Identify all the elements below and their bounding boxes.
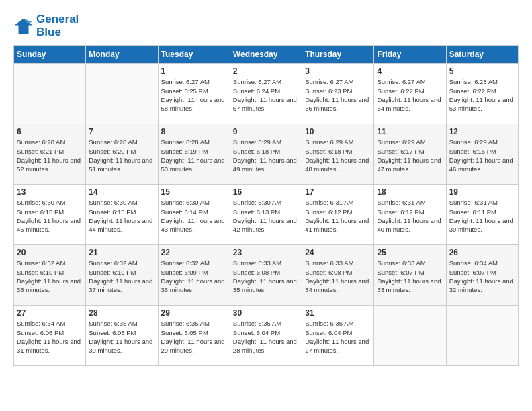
calendar-week-row: 27 Sunrise: 6:34 AM Sunset: 6:06 PM Dayl… [14,306,519,366]
day-number: 25 [377,248,443,257]
day-info: Sunrise: 6:28 AM Sunset: 6:19 PM Dayligh… [161,138,227,173]
calendar-cell: 18 Sunrise: 6:31 AM Sunset: 6:12 PM Dayl… [374,185,446,245]
day-info: Sunrise: 6:31 AM Sunset: 6:12 PM Dayligh… [305,198,371,234]
day-of-week-header: Wednesday [230,46,302,64]
calendar-week-row: 20 Sunrise: 6:32 AM Sunset: 6:10 PM Dayl… [14,245,519,306]
day-number: 26 [449,248,515,257]
calendar-cell: 12 Sunrise: 6:29 AM Sunset: 6:16 PM Dayl… [446,124,518,185]
day-number: 31 [305,308,371,318]
day-info: Sunrise: 6:29 AM Sunset: 6:17 PM Dayligh… [377,138,443,173]
day-info: Sunrise: 6:36 AM Sunset: 6:04 PM Dayligh… [305,319,371,355]
day-of-week-header: Thursday [302,46,374,64]
calendar-cell: 19 Sunrise: 6:31 AM Sunset: 6:11 PM Dayl… [446,185,518,245]
calendar-cell: 4 Sunrise: 6:27 AM Sunset: 6:22 PM Dayli… [374,64,446,124]
calendar-cell: 15 Sunrise: 6:30 AM Sunset: 6:14 PM Dayl… [158,185,230,245]
calendar-cell: 25 Sunrise: 6:33 AM Sunset: 6:07 PM Dayl… [374,245,446,306]
day-number: 7 [89,127,154,136]
day-number: 5 [449,66,515,76]
calendar-cell: 31 Sunrise: 6:36 AM Sunset: 6:04 PM Dayl… [302,306,374,366]
calendar-cell: 22 Sunrise: 6:32 AM Sunset: 6:09 PM Dayl… [158,245,230,306]
day-info: Sunrise: 6:30 AM Sunset: 6:13 PM Dayligh… [233,198,299,234]
calendar-cell: 30 Sunrise: 6:35 AM Sunset: 6:04 PM Dayl… [230,306,302,366]
calendar-cell: 23 Sunrise: 6:33 AM Sunset: 6:08 PM Dayl… [230,245,302,306]
day-of-week-header: Monday [86,46,158,64]
calendar-cell: 8 Sunrise: 6:28 AM Sunset: 6:19 PM Dayli… [158,124,230,185]
day-info: Sunrise: 6:27 AM Sunset: 6:22 PM Dayligh… [377,77,443,113]
day-number: 10 [305,127,371,136]
day-info: Sunrise: 6:31 AM Sunset: 6:11 PM Dayligh… [449,198,515,234]
calendar-header-row: SundayMondayTuesdayWednesdayThursdayFrid… [14,46,519,64]
calendar-cell [446,306,518,366]
day-number: 6 [17,127,83,136]
logo: General Blue [13,13,79,38]
day-number: 3 [305,66,371,76]
day-info: Sunrise: 6:27 AM Sunset: 6:25 PM Dayligh… [161,77,227,113]
day-of-week-header: Friday [374,46,446,64]
calendar-week-row: 1 Sunrise: 6:27 AM Sunset: 6:25 PM Dayli… [14,64,519,124]
calendar-cell: 20 Sunrise: 6:32 AM Sunset: 6:10 PM Dayl… [14,245,86,306]
page-header: General Blue [13,13,519,38]
day-info: Sunrise: 6:31 AM Sunset: 6:12 PM Dayligh… [377,198,443,234]
day-info: Sunrise: 6:28 AM Sunset: 6:22 PM Dayligh… [449,77,515,113]
day-info: Sunrise: 6:29 AM Sunset: 6:18 PM Dayligh… [233,138,299,173]
day-number: 4 [377,66,443,76]
day-number: 11 [377,127,443,136]
day-info: Sunrise: 6:32 AM Sunset: 6:10 PM Dayligh… [17,259,83,294]
calendar-cell [14,64,86,124]
day-info: Sunrise: 6:28 AM Sunset: 6:21 PM Dayligh… [17,138,83,173]
day-number: 13 [17,187,83,197]
day-info: Sunrise: 6:29 AM Sunset: 6:16 PM Dayligh… [449,138,515,173]
day-number: 23 [233,248,299,257]
day-number: 14 [89,187,154,197]
day-info: Sunrise: 6:35 AM Sunset: 6:05 PM Dayligh… [161,319,227,355]
calendar-cell: 2 Sunrise: 6:27 AM Sunset: 6:24 PM Dayli… [230,64,302,124]
day-info: Sunrise: 6:30 AM Sunset: 6:15 PM Dayligh… [89,198,154,234]
calendar-cell: 9 Sunrise: 6:29 AM Sunset: 6:18 PM Dayli… [230,124,302,185]
calendar-cell: 1 Sunrise: 6:27 AM Sunset: 6:25 PM Dayli… [158,64,230,124]
day-info: Sunrise: 6:33 AM Sunset: 6:08 PM Dayligh… [305,259,371,294]
calendar-cell: 26 Sunrise: 6:34 AM Sunset: 6:07 PM Dayl… [446,245,518,306]
day-of-week-header: Sunday [14,46,86,64]
calendar-week-row: 6 Sunrise: 6:28 AM Sunset: 6:21 PM Dayli… [14,124,519,185]
day-number: 8 [161,127,227,136]
day-info: Sunrise: 6:27 AM Sunset: 6:23 PM Dayligh… [305,77,371,113]
day-number: 21 [89,248,154,257]
calendar-cell: 3 Sunrise: 6:27 AM Sunset: 6:23 PM Dayli… [302,64,374,124]
calendar-week-row: 13 Sunrise: 6:30 AM Sunset: 6:15 PM Dayl… [14,185,519,245]
day-info: Sunrise: 6:34 AM Sunset: 6:07 PM Dayligh… [449,259,515,294]
day-number: 29 [161,308,227,318]
svg-marker-0 [15,18,33,34]
day-info: Sunrise: 6:33 AM Sunset: 6:07 PM Dayligh… [377,259,443,294]
day-number: 17 [305,187,371,197]
day-info: Sunrise: 6:29 AM Sunset: 6:18 PM Dayligh… [305,138,371,173]
day-number: 18 [377,187,443,197]
day-number: 28 [89,308,154,318]
day-info: Sunrise: 6:32 AM Sunset: 6:09 PM Dayligh… [161,259,227,294]
calendar-cell [374,306,446,366]
logo-text: General Blue [36,13,79,38]
calendar-cell: 21 Sunrise: 6:32 AM Sunset: 6:10 PM Dayl… [86,245,158,306]
day-info: Sunrise: 6:30 AM Sunset: 6:15 PM Dayligh… [17,198,83,234]
calendar-cell: 16 Sunrise: 6:30 AM Sunset: 6:13 PM Dayl… [230,185,302,245]
calendar-cell: 24 Sunrise: 6:33 AM Sunset: 6:08 PM Dayl… [302,245,374,306]
calendar-cell: 6 Sunrise: 6:28 AM Sunset: 6:21 PM Dayli… [14,124,86,185]
day-info: Sunrise: 6:35 AM Sunset: 6:04 PM Dayligh… [233,319,299,355]
calendar-cell: 11 Sunrise: 6:29 AM Sunset: 6:17 PM Dayl… [374,124,446,185]
day-info: Sunrise: 6:32 AM Sunset: 6:10 PM Dayligh… [89,259,154,294]
day-info: Sunrise: 6:28 AM Sunset: 6:20 PM Dayligh… [89,138,154,173]
day-number: 1 [161,66,227,76]
day-number: 19 [449,187,515,197]
calendar-cell: 14 Sunrise: 6:30 AM Sunset: 6:15 PM Dayl… [86,185,158,245]
day-number: 2 [233,66,299,76]
day-info: Sunrise: 6:33 AM Sunset: 6:08 PM Dayligh… [233,259,299,294]
day-number: 30 [233,308,299,318]
day-info: Sunrise: 6:30 AM Sunset: 6:14 PM Dayligh… [161,198,227,234]
day-number: 20 [17,248,83,257]
day-number: 9 [233,127,299,136]
day-of-week-header: Saturday [446,46,518,64]
calendar-cell: 10 Sunrise: 6:29 AM Sunset: 6:18 PM Dayl… [302,124,374,185]
calendar-cell: 5 Sunrise: 6:28 AM Sunset: 6:22 PM Dayli… [446,64,518,124]
calendar-cell: 27 Sunrise: 6:34 AM Sunset: 6:06 PM Dayl… [14,306,86,366]
calendar-cell: 17 Sunrise: 6:31 AM Sunset: 6:12 PM Dayl… [302,185,374,245]
calendar-cell: 28 Sunrise: 6:35 AM Sunset: 6:05 PM Dayl… [86,306,158,366]
